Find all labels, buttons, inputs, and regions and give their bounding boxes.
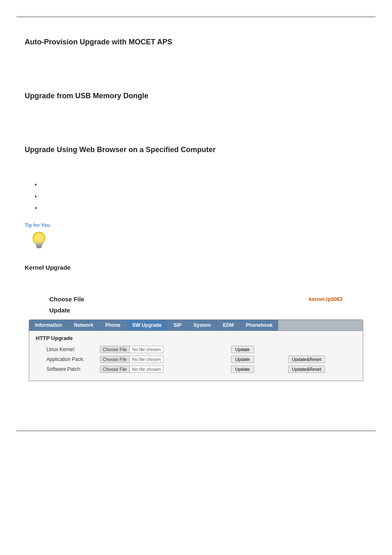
choose-file-label: Choose File (49, 296, 84, 303)
linux-kernel-choose-btn[interactable]: Choose File (100, 346, 130, 353)
tab-edm[interactable]: EDM (217, 320, 240, 331)
linux-kernel-file-input[interactable]: Choose File No file chosen (100, 346, 164, 353)
bullet-list (41, 179, 367, 214)
kernel-file-link[interactable]: kernel.ip3062 (309, 296, 343, 302)
tip-label: Tip for You (25, 222, 367, 228)
upgrade-table: Linux Kernel: Choose File No file chosen… (44, 345, 364, 374)
web-panel: HTTP Upgrade Linux Kernel: Choose File N… (29, 331, 363, 381)
sw-patch-choose-btn[interactable]: Choose File (100, 366, 130, 372)
app-pack-label: Application Pack: (44, 354, 97, 364)
auto-provision-heading: Auto-Provision Upgrade with MOCET APS (25, 38, 367, 46)
tip-box: Tip for You (25, 222, 367, 256)
tab-sip[interactable]: SIP (168, 320, 187, 331)
http-upgrade-title: HTTP Upgrade (36, 335, 356, 341)
app-pack-file-input[interactable]: Choose File No file chosen (100, 356, 164, 363)
lightbulb-icon (29, 230, 49, 254)
app-pack-update-btn[interactable]: Update (231, 356, 254, 363)
app-pack-update-reset-btn[interactable]: Update&Reset (288, 356, 325, 363)
tab-system[interactable]: System (188, 320, 217, 331)
sw-patch-file-input[interactable]: Choose File No file chosen (100, 365, 164, 373)
sw-patch-no-file: No file chosen (130, 366, 164, 372)
usb-upgrade-heading: Upgrade from USB Memory Dongle (25, 92, 367, 100)
tab-sw-upgrade[interactable]: SW Upgrade (127, 320, 168, 331)
sw-patch-update-btn[interactable]: Update (231, 365, 254, 373)
svg-point-1 (35, 234, 43, 242)
sw-patch-reset-cell: Update&Reset (284, 364, 364, 374)
sw-patch-file-cell: Choose File No file chosen (97, 364, 225, 374)
sw-patch-label: Software Patch: (44, 364, 97, 374)
tab-phone[interactable]: Phone (99, 320, 127, 331)
linux-kernel-file-cell: Choose File No file chosen (97, 345, 225, 354)
kernel-upgrade-heading: Kernel Upgrade (25, 264, 367, 271)
bullet-item-3 (41, 202, 367, 214)
linux-kernel-update-btn[interactable]: Update (231, 346, 254, 353)
sw-patch-update-reset-btn[interactable]: Update&Reset (288, 365, 325, 373)
linux-kernel-update-cell: Update (225, 345, 284, 354)
tab-network[interactable]: Network (68, 320, 99, 331)
bottom-divider (16, 430, 376, 431)
tab-phonebook[interactable]: Phonebook (240, 320, 278, 331)
update-label: Update (25, 307, 367, 314)
bullet-item-2 (41, 191, 367, 203)
tab-bar: Information Network Phone SW Upgrade SIP… (29, 319, 363, 331)
linux-kernel-no-file: No file chosen (130, 346, 164, 353)
bullet-item-1 (41, 179, 367, 191)
app-pack-update-cell: Update (225, 354, 284, 364)
linux-kernel-label: Linux Kernel: (44, 345, 97, 354)
table-row: Application Pack: Choose File No file ch… (44, 354, 364, 364)
content-area: Auto-Provision Upgrade with MOCET APS Up… (0, 17, 392, 389)
app-pack-choose-btn[interactable]: Choose File (100, 356, 130, 363)
tab-information[interactable]: Information (29, 320, 68, 331)
app-pack-file-cell: Choose File No file chosen (97, 354, 225, 364)
choose-file-row: Choose File kernel.ip3062 (25, 296, 367, 303)
app-pack-reset-cell: Update&Reset (284, 354, 364, 364)
app-pack-no-file: No file chosen (130, 356, 164, 363)
svg-rect-5 (37, 247, 41, 248)
sw-patch-update-cell: Update (225, 364, 284, 374)
table-row: Linux Kernel: Choose File No file chosen… (44, 345, 364, 354)
table-row: Software Patch: Choose File No file chos… (44, 364, 364, 374)
web-upgrade-heading: Upgrade Using Web Browser on a Specified… (25, 146, 367, 154)
